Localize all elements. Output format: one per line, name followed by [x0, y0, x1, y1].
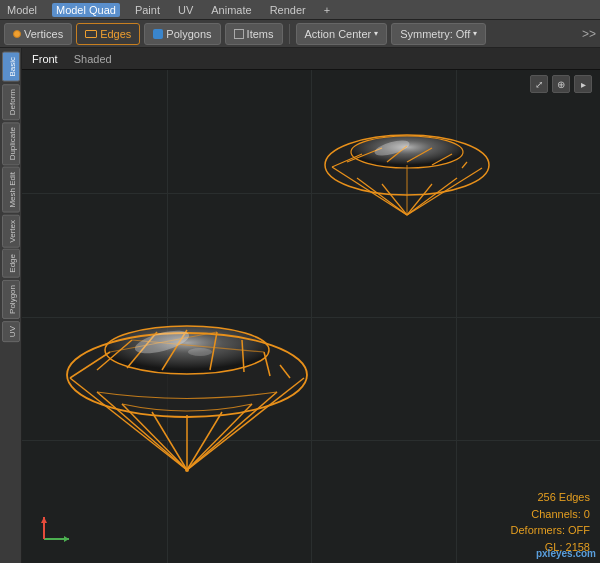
settings-icon[interactable]: ▸: [574, 75, 592, 93]
maximize-icon[interactable]: ⤢: [530, 75, 548, 93]
status-bar: 256 Edges Channels: 0 Deformers: OFF GL:…: [511, 489, 590, 555]
items-icon: [234, 29, 244, 39]
viewport-front-label: Front: [28, 53, 62, 65]
edges-button[interactable]: Edges: [76, 23, 140, 45]
viewport: Front Shaded ⤢ ⊕ ▸: [22, 48, 600, 563]
viewport-bar: Front Shaded: [22, 48, 600, 70]
canvas-area: ⤢ ⊕ ▸: [22, 70, 600, 563]
viewport-icons: ⤢ ⊕ ▸: [530, 75, 592, 93]
edges-icon: [85, 30, 97, 38]
deformers-status: Deformers: OFF: [511, 522, 590, 539]
sidebar-tab-edge[interactable]: Edge: [2, 249, 20, 278]
watermark: pxleyes.com: [536, 548, 596, 559]
symmetry-button[interactable]: Symmetry: Off ▾: [391, 23, 486, 45]
axes-indicator: [34, 509, 74, 551]
svg-line-38: [187, 412, 222, 470]
zoom-icon[interactable]: ⊕: [552, 75, 570, 93]
menu-paint[interactable]: Paint: [132, 4, 163, 16]
menu-render[interactable]: Render: [267, 4, 309, 16]
menu-animate[interactable]: Animate: [208, 4, 254, 16]
main-area: Basic Deform Duplicate Mesh Edit Vertex …: [0, 48, 600, 563]
toolbar-separator: [289, 24, 290, 44]
polygons-icon: [153, 29, 163, 39]
diamond-large: [52, 280, 342, 522]
action-center-button[interactable]: Action Center ▾: [296, 23, 388, 45]
menu-uv[interactable]: UV: [175, 4, 196, 16]
sidebar-tab-deform[interactable]: Deform: [2, 84, 20, 120]
items-button[interactable]: Items: [225, 23, 283, 45]
polygons-button[interactable]: Polygons: [144, 23, 220, 45]
menu-plus[interactable]: +: [321, 4, 333, 16]
sidebar-tab-uv[interactable]: UV: [2, 321, 20, 342]
svg-point-43: [188, 348, 212, 356]
svg-marker-45: [64, 536, 69, 542]
menu-model-quad[interactable]: Model Quad: [52, 3, 120, 17]
viewport-shaded-label: Shaded: [70, 53, 116, 65]
vertices-icon: [13, 30, 21, 38]
sidebar: Basic Deform Duplicate Mesh Edit Vertex …: [0, 48, 22, 563]
svg-marker-47: [41, 517, 47, 523]
diamond-small: [302, 110, 502, 262]
sidebar-tab-polygon[interactable]: Polygon: [2, 280, 20, 319]
symmetry-chevron-icon: ▾: [473, 29, 477, 38]
menu-bar: Model Model Quad Paint UV Animate Render…: [0, 0, 600, 20]
expand-icon[interactable]: >>: [582, 27, 596, 41]
sidebar-tab-vertex[interactable]: Vertex: [2, 215, 20, 248]
vertices-button[interactable]: Vertices: [4, 23, 72, 45]
sidebar-tab-basic[interactable]: Basic: [2, 52, 20, 82]
menu-model[interactable]: Model: [4, 4, 40, 16]
edges-count: 256 Edges: [511, 489, 590, 506]
toolbar: Vertices Edges Polygons Items Action Cen…: [0, 20, 600, 48]
sidebar-tab-mesh-edit[interactable]: Mesh Edit: [2, 167, 20, 213]
svg-line-36: [152, 412, 187, 470]
sidebar-tab-duplicate[interactable]: Duplicate: [2, 122, 20, 165]
channels-count: Channels: 0: [511, 506, 590, 523]
chevron-icon: ▾: [374, 29, 378, 38]
